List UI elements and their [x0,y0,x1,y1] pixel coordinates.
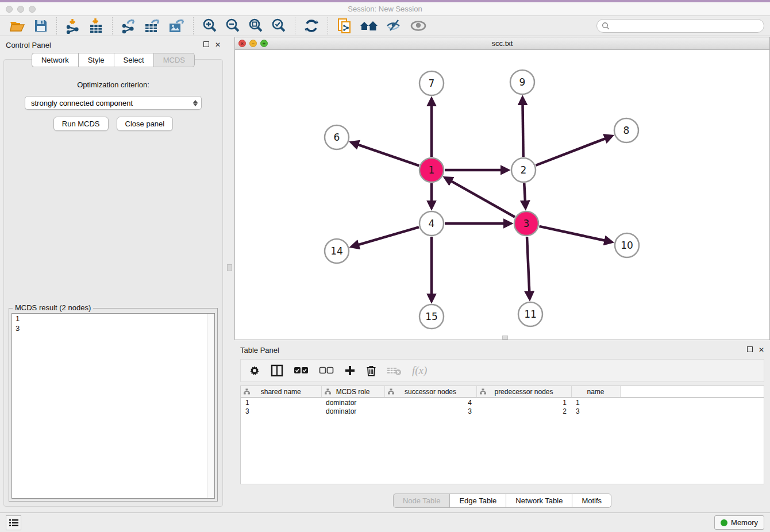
node-4[interactable]: 4 [419,211,444,236]
column-layout-button[interactable] [271,364,283,377]
delete-column-button[interactable] [366,365,376,377]
column-header-name[interactable]: name [571,386,620,398]
tab-mcds[interactable]: MCDS [153,53,195,67]
node-10[interactable]: 10 [615,233,639,257]
column-header-MCDS-role[interactable]: MCDS role [321,386,384,398]
result-scrollbar[interactable] [207,314,214,498]
node-8[interactable]: 8 [614,118,638,142]
export-network-button[interactable] [117,17,140,35]
tab-select[interactable]: Select [114,53,153,67]
table-toolbar: f(x) [240,359,764,382]
close-panel-icon[interactable]: ✕ [215,41,221,48]
delete-table-button[interactable] [387,365,402,376]
network-canvas[interactable]: 7968124314101511 [235,50,769,340]
node-table[interactable]: shared nameMCDS rolesuccessor nodesprede… [240,385,764,484]
column-header-shared-name[interactable]: shared name [241,386,321,398]
criterion-select[interactable]: strongly connected component [25,96,202,110]
node-7[interactable]: 7 [419,71,444,95]
tab-network[interactable]: Network [32,53,78,67]
table-settings-button[interactable] [249,365,260,376]
zoom-in-icon [202,18,218,34]
edge-2-3[interactable] [524,183,525,201]
edge-2-9[interactable] [523,105,523,157]
memory-button[interactable]: Memory [714,515,764,530]
run-mcds-button[interactable]: Run MCDS [53,117,109,131]
node-11[interactable]: 11 [518,302,542,326]
network-window-titlebar[interactable]: × − + scc.txt [235,37,769,50]
column-header-successor-nodes[interactable]: successor nodes [384,386,476,398]
zoom-selected-button[interactable] [267,17,290,35]
node-2[interactable]: 2 [511,158,536,182]
float-table-panel-icon[interactable] [747,346,753,353]
column-header-predecessor-nodes[interactable]: predecessor nodes [476,386,571,398]
cell-MCDS-role[interactable]: dominator [321,407,384,416]
canvas-resize-grip[interactable] [502,336,508,340]
tab-network-table[interactable]: Network Table [506,494,572,508]
edge-3-11[interactable] [527,237,529,292]
edge-4-14[interactable] [358,227,418,245]
cell-predecessor-nodes[interactable]: 2 [476,407,571,416]
import-table-button[interactable] [84,17,107,35]
control-panel-title: Control Panel [6,41,51,49]
open-file-button[interactable] [6,17,30,34]
search-input[interactable] [613,22,759,30]
table-row[interactable]: 3dominator323 [241,407,764,416]
cell-filler [620,398,764,407]
node-14[interactable]: 14 [325,239,349,263]
workspace: Control Panel ✕ NetworkStyleSelectMCDS O… [0,37,770,512]
export-table-button[interactable] [140,17,164,35]
result-item[interactable]: 1 [12,314,214,323]
function-builder-button[interactable]: f(x) [412,364,427,377]
network-canvas-svg[interactable]: 7968124314101511 [235,50,769,340]
apply-layout-button[interactable] [300,17,323,35]
edge-3-1[interactable] [451,181,515,217]
select-all-columns-button[interactable] [294,367,309,375]
node-15[interactable]: 15 [419,304,444,329]
save-session-button[interactable] [30,17,52,34]
close-panel-button[interactable]: Close panel [117,117,174,131]
node-1[interactable]: 1 [419,158,444,182]
zoom-out-button[interactable] [221,17,244,35]
tab-node-table[interactable]: Node Table [393,494,450,508]
tab-style[interactable]: Style [78,53,114,67]
zoom-in-button[interactable] [198,17,221,35]
cell-MCDS-role[interactable]: dominator [321,398,384,407]
tab-edge-table[interactable]: Edge Table [449,494,506,508]
duplicate-network-icon [336,17,352,34]
toolbar-separator [295,17,295,34]
select-all-columns-icon [294,367,309,375]
import-network-button[interactable] [61,17,84,35]
edge-3-10[interactable] [539,226,605,241]
table-row[interactable]: 1dominator411 [241,398,764,407]
show-all-button[interactable] [406,18,430,33]
cell-shared-name[interactable]: 3 [241,407,321,416]
duplicate-network-button[interactable] [333,16,356,36]
cell-name[interactable]: 1 [571,398,620,407]
float-panel-icon[interactable] [203,41,209,48]
column-attribute-icon [325,388,331,395]
task-history-button[interactable] [6,515,21,530]
close-table-panel-icon[interactable]: ✕ [759,346,764,353]
tab-motifs[interactable]: Motifs [572,494,611,508]
hide-selected-button[interactable] [382,18,406,34]
mcds-result-list[interactable]: 13 [11,313,215,499]
first-neighbors-button[interactable] [356,17,382,34]
export-image-button[interactable] [164,17,188,35]
splitter-grip-icon[interactable] [227,264,232,271]
cell-predecessor-nodes[interactable]: 1 [476,398,571,407]
create-column-button[interactable] [344,365,356,376]
node-9[interactable]: 9 [510,70,534,94]
cell-successor-nodes[interactable]: 4 [384,398,476,407]
zoom-fit-button[interactable] [244,17,267,35]
edge-1-6[interactable] [358,145,419,166]
cell-shared-name[interactable]: 1 [241,398,321,407]
deselect-all-columns-button[interactable] [319,367,334,375]
cell-name[interactable]: 3 [571,407,620,416]
mcds-result-group: MCDS result (2 nodes) 13 [9,308,218,502]
edge-2-8[interactable] [536,138,605,165]
panel-splitter[interactable] [226,37,234,509]
cell-successor-nodes[interactable]: 3 [384,407,476,416]
node-6[interactable]: 6 [325,125,349,149]
node-3[interactable]: 3 [514,211,538,236]
result-item[interactable]: 3 [12,323,214,333]
